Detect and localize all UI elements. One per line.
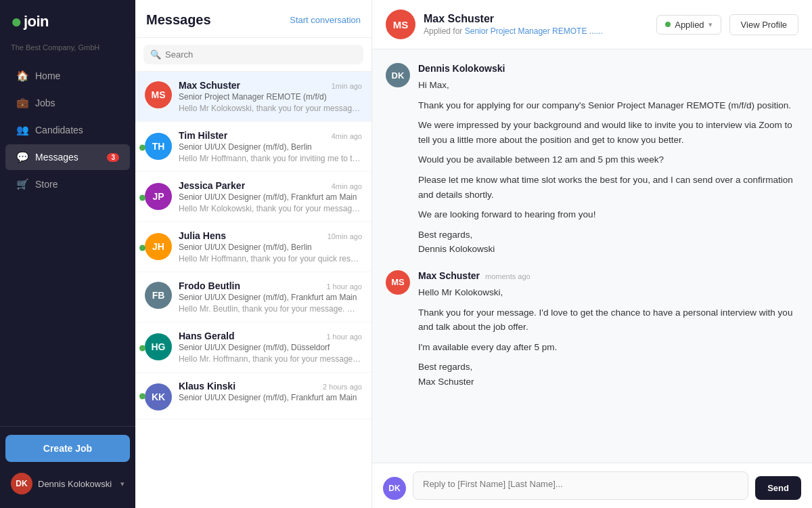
reply-sender-avatar: DK <box>383 477 406 500</box>
applied-label: Applied <box>675 20 704 30</box>
conv-name: Max Schuster <box>179 80 240 91</box>
chat-messages: DK Dennis Kolokowski Hi Max, Thank you f… <box>372 49 812 463</box>
list-item[interactable]: HG Hans Gerald 1 hour ago Senior UI/UX D… <box>135 322 371 373</box>
sidebar: ● join The Best Company, GmbH 🏠 Home 💼 J… <box>0 0 135 508</box>
message-text: Hello Mr Kolokowski, Thank you for your … <box>418 285 798 389</box>
conv-name: Tim Hilster <box>179 130 227 141</box>
unread-dot <box>139 245 145 251</box>
conv-time: 10min ago <box>328 232 362 240</box>
search-input-wrap: 🔍 <box>143 45 363 64</box>
avatar: FB <box>145 282 172 309</box>
message-sender-name: Max Schuster <box>418 270 480 281</box>
message-content: Max Schuster moments ago Hello Mr Koloko… <box>418 270 798 389</box>
user-info[interactable]: DK Dennis Kolokowski ▾ <box>5 467 130 500</box>
unread-dot <box>139 144 145 150</box>
sidebar-item-candidates[interactable]: 👥 Candidates <box>5 117 130 143</box>
message-header: Max Schuster moments ago <box>418 270 798 281</box>
start-conversation-button[interactable]: Start conversation <box>290 15 361 25</box>
reply-area: DK Send <box>372 463 812 508</box>
conv-top: Tim Hilster 4min ago <box>179 130 362 141</box>
unread-dot <box>139 194 145 200</box>
chat-applied-job-link[interactable]: Senior Project Manager REMOTE ...... <box>465 26 603 36</box>
search-input[interactable] <box>165 49 357 60</box>
chat-header-left: MS Max Schuster Applied for Senior Proje… <box>386 9 603 39</box>
view-profile-button[interactable]: View Profile <box>729 14 798 35</box>
conv-top: Julia Hens 10min ago <box>179 230 362 241</box>
conv-time: 1 hour ago <box>326 282 362 291</box>
create-job-button[interactable]: Create Job <box>5 435 130 462</box>
list-item[interactable]: MS Max Schuster 1min ago Senior Project … <box>135 72 371 122</box>
conv-top: Max Schuster 1min ago <box>179 80 362 91</box>
sidebar-item-label: Store <box>35 179 58 190</box>
sidebar-item-store[interactable]: 🛒 Store <box>5 171 130 197</box>
chat-header-right: Applied ▾ View Profile <box>656 14 798 35</box>
message-time: moments ago <box>485 272 531 280</box>
conv-name: Frodo Beutlin <box>179 280 240 291</box>
avatar: KK <box>145 383 172 410</box>
conv-job: Senior UI/UX Designer (m/f/d), Frankfurt… <box>179 393 362 402</box>
conversation-list: MS Max Schuster 1min ago Senior Project … <box>135 72 371 508</box>
sidebar-item-messages[interactable]: 💬 Messages 3 <box>5 144 130 170</box>
conv-top: Klaus Kinski 2 hours ago <box>179 381 362 391</box>
message-sender-avatar: DK <box>386 63 410 87</box>
conv-body: Jessica Parker 4min ago Senior UI/UX Des… <box>179 180 362 213</box>
message-block: DK Dennis Kolokowski Hi Max, Thank you f… <box>386 63 798 257</box>
conv-body: Hans Gerald 1 hour ago Senior UI/UX Desi… <box>179 331 362 364</box>
messages-icon: 💬 <box>16 151 28 163</box>
sidebar-item-jobs[interactable]: 💼 Jobs <box>5 90 130 116</box>
chat-header-info: Max Schuster Applied for Senior Project … <box>424 13 603 36</box>
conv-top: Jessica Parker 4min ago <box>179 180 362 191</box>
conv-name: Hans Gerald <box>179 331 234 341</box>
conv-body: Tim Hilster 4min ago Senior UI/UX Design… <box>179 130 362 163</box>
conv-time: 1min ago <box>332 82 362 90</box>
sidebar-item-home[interactable]: 🏠 Home <box>5 63 130 89</box>
avatar: JH <box>145 233 172 260</box>
conv-time: 4min ago <box>332 132 362 140</box>
store-icon: 🛒 <box>16 178 28 190</box>
chat-contact-avatar: MS <box>386 9 415 39</box>
messages-badge: 3 <box>107 153 119 162</box>
conv-name: Klaus Kinski <box>179 381 235 391</box>
messages-panel: Messages Start conversation 🔍 MS Max Sch… <box>135 0 372 508</box>
send-button[interactable]: Send <box>755 476 801 500</box>
message-sender-avatar: MS <box>386 270 410 295</box>
reply-input[interactable] <box>413 471 748 500</box>
sidebar-item-label: Home <box>35 70 60 81</box>
conv-time: 2 hours ago <box>323 383 362 391</box>
chat-header: MS Max Schuster Applied for Senior Proje… <box>372 0 812 49</box>
chevron-down-icon: ▾ <box>120 480 125 488</box>
conv-preview: Hello Mr Kolokowski, thank you for your … <box>179 104 362 113</box>
avatar: JP <box>145 183 172 210</box>
sidebar-nav: 🏠 Home 💼 Jobs 👥 Candidates 💬 Messages 3 … <box>0 57 135 426</box>
message-content: Dennis Kolokowski Hi Max, Thank you for … <box>418 63 798 257</box>
list-item[interactable]: FB Frodo Beutlin 1 hour ago Senior UI/UX… <box>135 272 371 322</box>
sidebar-item-label: Messages <box>35 152 78 163</box>
conv-preview: Hello Mr. Hoffmann, thank you for your m… <box>179 354 362 364</box>
conv-name: Jessica Parker <box>179 180 245 191</box>
conv-time: 1 hour ago <box>326 333 362 341</box>
list-item[interactable]: JP Jessica Parker 4min ago Senior UI/UX … <box>135 172 371 222</box>
applied-status-badge[interactable]: Applied ▾ <box>656 15 721 35</box>
conv-preview: Hello Mr Hoffmann, thank you for your qu… <box>179 254 362 263</box>
conv-body: Max Schuster 1min ago Senior Project Man… <box>179 80 362 113</box>
conv-job: Senior UI/UX Designer (m/f/d), Frankfurt… <box>179 293 362 302</box>
conv-job: Senior UI/UX Designer (m/f/d), Berlin <box>179 142 362 152</box>
home-icon: 🏠 <box>16 70 28 82</box>
conv-top: Frodo Beutlin 1 hour ago <box>179 280 362 291</box>
message-sender-name: Dennis Kolokowski <box>418 63 505 74</box>
avatar: HG <box>145 333 172 360</box>
list-item[interactable]: TH Tim Hilster 4min ago Senior UI/UX Des… <box>135 122 371 172</box>
conv-name: Julia Hens <box>179 230 226 241</box>
search-bar: 🔍 <box>135 38 371 72</box>
list-item[interactable]: JH Julia Hens 10min ago Senior UI/UX Des… <box>135 222 371 272</box>
conv-preview: Hello Mr Kolokowski, thank you for your … <box>179 204 362 213</box>
applied-dot <box>665 22 671 27</box>
sidebar-item-label: Candidates <box>35 125 83 135</box>
avatar: TH <box>145 133 172 160</box>
user-avatar: DK <box>11 473 32 494</box>
sidebar-item-label: Jobs <box>35 98 55 108</box>
conv-job: Senior UI/UX Designer (m/f/d), Berlin <box>179 242 362 252</box>
conv-body: Julia Hens 10min ago Senior UI/UX Design… <box>179 230 362 263</box>
list-item[interactable]: KK Klaus Kinski 2 hours ago Senior UI/UX… <box>135 373 371 419</box>
message-text: Hi Max, Thank you for applying for our c… <box>418 78 798 257</box>
